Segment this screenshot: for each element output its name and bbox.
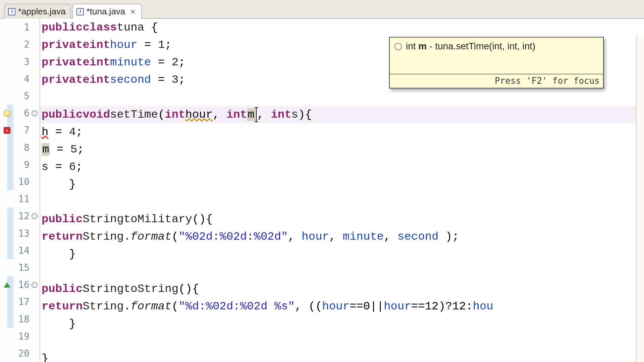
gutter-line: 10 bbox=[0, 173, 40, 190]
code-line: return String.format("%02d:%02d:%02d", h… bbox=[40, 228, 644, 245]
tooltip-text: int m - tuna.setTime(int, int, int) bbox=[406, 41, 535, 52]
code-line: } bbox=[40, 245, 644, 263]
gutter-line: 11 bbox=[0, 190, 40, 207]
code-line: s = 6; bbox=[40, 158, 644, 176]
tooltip-body: int m - tuna.setTime(int, int, int) bbox=[390, 38, 603, 74]
gutter-line: 13 bbox=[0, 225, 40, 242]
text-cursor bbox=[256, 108, 257, 121]
gutter-line: 20 bbox=[0, 345, 40, 362]
quickfix-icon[interactable] bbox=[4, 110, 10, 117]
code-line bbox=[40, 333, 644, 350]
tab-apples-java[interactable]: J *apples.java bbox=[4, 4, 71, 19]
java-file-icon: J bbox=[76, 8, 84, 15]
editor-window: J *apples.java J *tuna.java 1 2 3 4 5 6 bbox=[0, 0, 644, 362]
gutter-line: 2 bbox=[0, 36, 40, 53]
gutter-line: 1 bbox=[0, 19, 40, 36]
code-line: } bbox=[40, 315, 644, 333]
tooltip-footer: Press 'F2' for focus bbox=[390, 74, 603, 88]
code-line bbox=[40, 263, 644, 280]
code-line: public class tuna { bbox=[40, 19, 644, 36]
code-line: public void setTime(int hour, int m, int… bbox=[40, 106, 644, 123]
gutter-line: 8 bbox=[0, 139, 40, 156]
code-editor[interactable]: public class tuna { private int hour = 1… bbox=[40, 19, 644, 362]
code-line: } bbox=[40, 176, 644, 193]
gutter-line: 17 bbox=[0, 293, 40, 310]
gutter-line: 12 bbox=[0, 207, 40, 225]
hover-info-tooltip: int m - tuna.setTime(int, int, int) Pres… bbox=[389, 37, 604, 88]
tab-label: *apples.java bbox=[18, 6, 66, 17]
editor-tab-bar: J *apples.java J *tuna.java bbox=[0, 0, 644, 19]
gutter-line: 3 bbox=[0, 53, 40, 70]
tab-tuna-java[interactable]: J *tuna.java bbox=[72, 4, 142, 19]
gutter-line: 14 bbox=[0, 242, 40, 259]
code-line: public String toString(){ bbox=[40, 280, 644, 298]
code-line: } bbox=[40, 350, 644, 362]
fold-toggle-icon[interactable] bbox=[32, 213, 38, 219]
code-line bbox=[40, 88, 644, 106]
close-icon[interactable] bbox=[129, 8, 137, 15]
fold-toggle-icon[interactable] bbox=[32, 282, 38, 288]
gutter-line: 6 bbox=[0, 105, 40, 122]
code-line: return String.format("%d:%02d:%02d %s", … bbox=[40, 298, 644, 315]
code-line bbox=[40, 193, 644, 210]
override-icon[interactable] bbox=[4, 282, 10, 288]
gutter-line: 19 bbox=[0, 328, 40, 345]
fold-toggle-icon[interactable] bbox=[32, 110, 38, 116]
code-line: m = 5; bbox=[40, 141, 644, 158]
overview-ruler[interactable] bbox=[636, 36, 644, 362]
gutter-line: 16 bbox=[0, 276, 40, 293]
gutter-line: 18 bbox=[0, 310, 40, 327]
gutter-line: 15 bbox=[0, 259, 40, 276]
tab-label: *tuna.java bbox=[87, 6, 125, 17]
java-file-icon: J bbox=[8, 8, 15, 15]
gutter-line: 7 bbox=[0, 122, 40, 139]
code-line: public String toMilitary(){ bbox=[40, 210, 644, 228]
gutter-line: 4 bbox=[0, 70, 40, 87]
gutter-line: 9 bbox=[0, 156, 40, 173]
code-line: h = 4; bbox=[40, 123, 644, 141]
variable-icon bbox=[394, 43, 402, 50]
editor-body: 1 2 3 4 5 6 7 8 9 10 11 12 13 14 bbox=[0, 19, 644, 362]
gutter-line: 5 bbox=[0, 87, 40, 105]
line-number-gutter[interactable]: 1 2 3 4 5 6 7 8 9 10 11 12 13 14 bbox=[0, 19, 40, 362]
error-icon[interactable] bbox=[4, 127, 10, 134]
